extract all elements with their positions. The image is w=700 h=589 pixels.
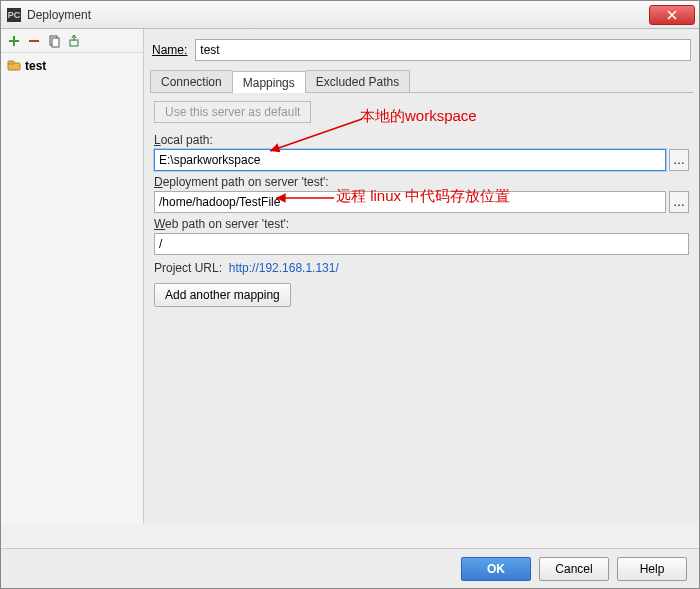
sidebar-toolbar [1, 29, 143, 53]
server-tree: test [1, 53, 143, 79]
main-area: test Name: Connection Mappings Excluded … [1, 29, 699, 524]
local-path-input[interactable] [154, 149, 666, 171]
help-button[interactable]: Help [617, 557, 687, 581]
sidebar: test [1, 29, 144, 524]
window-title: Deployment [27, 8, 91, 22]
content-panel: Name: Connection Mappings Excluded Paths… [144, 29, 699, 524]
web-path-label: Web path on server 'test': [154, 217, 689, 231]
export-icon[interactable] [67, 34, 81, 48]
browse-local-button[interactable]: … [669, 149, 689, 171]
tab-excluded[interactable]: Excluded Paths [305, 70, 410, 92]
tab-mappings[interactable]: Mappings [232, 71, 306, 93]
name-input[interactable] [195, 39, 691, 61]
svg-rect-1 [52, 38, 59, 47]
add-icon[interactable] [7, 34, 21, 48]
server-item-label: test [25, 59, 46, 73]
browse-deploy-button[interactable]: … [669, 191, 689, 213]
project-url-row: Project URL: http://192.168.1.131/ [154, 261, 689, 275]
server-icon [7, 59, 21, 73]
deploy-path-row: … [154, 191, 689, 213]
dialog-footer: OK Cancel Help [1, 548, 699, 588]
title-bar: PC Deployment [1, 1, 699, 29]
project-url-link[interactable]: http://192.168.1.131/ [229, 261, 339, 275]
remove-icon[interactable] [27, 34, 41, 48]
app-icon: PC [7, 8, 21, 22]
name-row: Name: [150, 35, 693, 69]
name-label: Name: [152, 43, 187, 57]
cancel-button[interactable]: Cancel [539, 557, 609, 581]
web-path-row [154, 233, 689, 255]
close-button[interactable] [649, 5, 695, 25]
close-icon [667, 10, 677, 20]
web-path-input[interactable] [154, 233, 689, 255]
use-default-button: Use this server as default [154, 101, 311, 123]
tabs: Connection Mappings Excluded Paths [150, 69, 693, 93]
local-path-row: … [154, 149, 689, 171]
svg-rect-4 [8, 61, 14, 64]
tab-connection[interactable]: Connection [150, 70, 233, 92]
server-item-test[interactable]: test [1, 57, 143, 75]
deploy-path-label: Deployment path on server 'test': [154, 175, 689, 189]
tab-body-mappings: Use this server as default Local path: …… [150, 93, 693, 311]
copy-icon[interactable] [47, 34, 61, 48]
local-path-label: Local path: [154, 133, 689, 147]
add-mapping-button[interactable]: Add another mapping [154, 283, 291, 307]
deploy-path-input[interactable] [154, 191, 666, 213]
ok-button[interactable]: OK [461, 557, 531, 581]
project-url-label: Project URL: [154, 261, 222, 275]
